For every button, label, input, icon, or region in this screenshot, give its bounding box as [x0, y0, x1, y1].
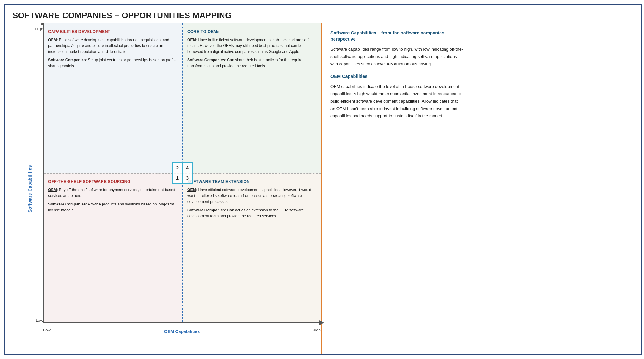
quadrant-bottom-left-sw: Software Companies: Provide products and… [48, 201, 177, 213]
y-axis-ticks: High Low [32, 23, 43, 338]
quadrant-top-left: CAPABILITIES DEVELOPMENT OEM: Build soft… [44, 23, 182, 173]
quadrant-bottom-right-sw: Software Companies: Can act as an extens… [187, 207, 316, 219]
quadrant-bottom-left-title: OFF-THE-SHELF SOFTWARE SOURCING [48, 179, 177, 185]
page-container: SOFTWARE COMPANIES – OPPORTUNITIES MAPPI… [4, 4, 642, 355]
quadrant-label-4: 4 [182, 163, 192, 173]
quadrant-label-1: 1 [172, 173, 182, 183]
oem-text-tl: : Build software development capabilitie… [48, 38, 169, 54]
y-tick-high: High [32, 27, 43, 31]
quadrant-bottom-left: OFF-THE-SHELF SOFTWARE SOURCING OEM: Buy… [44, 173, 182, 322]
y-axis-label: Software Capabilities [28, 165, 33, 212]
quadrant-top-left-oem: OEM: Build software development capabili… [48, 37, 177, 55]
quadrant-label-3: 3 [182, 173, 192, 183]
quadrant-top-right-sw: Software Companies: Can share their best… [187, 57, 316, 69]
page-title: SOFTWARE COMPANIES – OPPORTUNITIES MAPPI… [5, 5, 641, 23]
quadrant-bottom-right-title: SOFTWARE TEAM EXTENSION [187, 179, 316, 185]
sidebar: Software Capabilities – from the softwar… [322, 23, 472, 354]
quadrant-label-2: 2 [172, 163, 182, 173]
quadrant-labels-box: 2 4 1 3 [172, 162, 193, 184]
x-axis-label: OEM Capabilities [164, 329, 200, 334]
quadrant-bottom-right-oem: OEM: Have efficient software development… [187, 187, 316, 205]
sw-label-br: Software Companies [187, 208, 225, 212]
oem-text-bl: : Buy off-the-shelf software for payment… [48, 188, 175, 198]
oem-label-bl: OEM [48, 188, 57, 192]
sw-label-tr: Software Companies [187, 58, 225, 62]
sw-label-bl: Software Companies [48, 202, 86, 206]
x-axis-area: Low OEM Capabilities High [43, 323, 321, 338]
chart-area: Software Capabilities High Low CAPABILIT… [5, 23, 321, 354]
sw-label-tl: Software Companies [48, 58, 86, 62]
oem-text-tr: : Have built efficient software developm… [187, 38, 309, 54]
sidebar-section2-text: OEM capabilities indicate the level of i… [330, 83, 463, 120]
quadrant-top-right-oem: OEM: Have built efficient software devel… [187, 37, 316, 55]
oem-text-br: : Have efficient software development ca… [187, 188, 311, 204]
quadrant-top-right-title: CORE TO OEMs [187, 28, 316, 35]
quadrant-top-left-title: CAPABILITIES DEVELOPMENT [48, 28, 177, 35]
oem-label-tr: OEM [187, 38, 196, 42]
y-tick-low: Low [32, 318, 43, 323]
sidebar-section1-title: Software Capabilities – from the softwar… [330, 30, 463, 43]
quadrant-bottom-right: SOFTWARE TEAM EXTENSION OEM: Have effici… [182, 173, 321, 322]
x-tick-low: Low [43, 328, 51, 334]
quadrant-bottom-row: OFF-THE-SHELF SOFTWARE SOURCING OEM: Buy… [44, 173, 321, 322]
oem-label-br: OEM [187, 188, 196, 192]
quadrant-bottom-left-oem: OEM: Buy off-the-shelf software for paym… [48, 187, 177, 199]
sidebar-section2-title: OEM Capabilities [330, 73, 463, 79]
sidebar-section1-text: Software capabilities range from low to … [330, 46, 463, 68]
quadrant-top-right: CORE TO OEMs OEM: Have built efficient s… [182, 23, 321, 173]
quadrant-top-left-sw: Software Companies: Setup joint ventures… [48, 57, 177, 69]
oem-label-tl: OEM [48, 38, 57, 42]
x-tick-high: High [312, 328, 321, 334]
quadrant-top-row: CAPABILITIES DEVELOPMENT OEM: Build soft… [44, 23, 321, 173]
chart-inner: CAPABILITIES DEVELOPMENT OEM: Build soft… [43, 23, 321, 338]
main-content: Software Capabilities High Low CAPABILIT… [5, 23, 641, 354]
chart-grid: CAPABILITIES DEVELOPMENT OEM: Build soft… [43, 23, 321, 323]
